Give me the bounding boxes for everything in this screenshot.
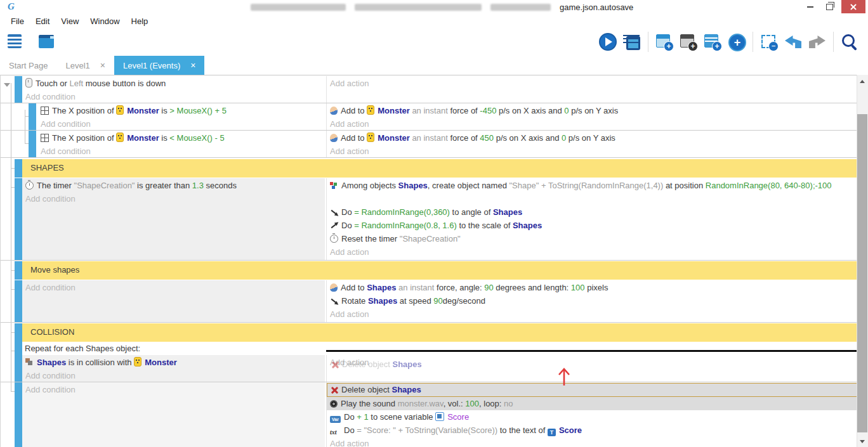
- event-selection-bar[interactable]: [15, 261, 22, 280]
- action-row[interactable]: Rotate Shapes at speed 90deg/second: [327, 294, 857, 308]
- comment-text: Move shapes: [22, 261, 857, 280]
- event-selection-bar[interactable]: [15, 159, 22, 178]
- action-row[interactable]: Among objects Shapes, create object name…: [327, 179, 857, 205]
- scene-editor-icon[interactable]: [37, 32, 57, 52]
- add-action-button[interactable]: Add action: [327, 308, 857, 321]
- txt-icon: [330, 428, 341, 436]
- event-selection-bar[interactable]: [15, 342, 22, 382]
- close-icon[interactable]: [841, 0, 865, 13]
- search-icon[interactable]: [840, 32, 859, 51]
- sound-icon: [330, 400, 338, 408]
- event-score[interactable]: Add condition Delete object ShapesPlay t…: [1, 382, 857, 447]
- condition-row[interactable]: The X position of Monster is < MouseX() …: [37, 131, 325, 145]
- conditions-cell: The timer "ShapeCreation" is greater tha…: [22, 178, 325, 260]
- action-row[interactable]: Play the sound monster.wav, vol.: 100, l…: [327, 397, 857, 410]
- debug-icon[interactable]: [622, 32, 641, 51]
- text-segment: p/s on Y axis: [566, 133, 615, 143]
- tab-close-icon[interactable]: ×: [190, 60, 195, 70]
- event-selection-bar[interactable]: [15, 76, 22, 103]
- project-manager-icon[interactable]: [6, 32, 27, 52]
- monster-icon: [134, 357, 141, 366]
- text-segment: Add to: [341, 106, 367, 115]
- add-action-button[interactable]: Add action: [327, 245, 857, 259]
- play-icon[interactable]: [598, 32, 617, 51]
- condition-row[interactable]: The timer "ShapeCreation" is greater tha…: [22, 179, 325, 192]
- add-event-icon[interactable]: [655, 32, 674, 51]
- tab-start-page[interactable]: Start Page: [0, 56, 56, 75]
- event-selection-bar[interactable]: [15, 280, 22, 322]
- redo-icon[interactable]: [808, 32, 827, 51]
- add-condition-button[interactable]: Add condition: [37, 117, 325, 131]
- action-row[interactable]: Reset the timer "ShapeCreation": [327, 232, 857, 245]
- comment-collision[interactable]: COLLISION: [1, 323, 857, 342]
- comment-shapes[interactable]: SHAPES: [1, 159, 857, 178]
- event-shape-creation[interactable]: The timer "ShapeCreation" is greater tha…: [1, 178, 857, 261]
- add-condition-button[interactable]: Add condition: [22, 90, 325, 103]
- text-segment: monster.wav: [398, 399, 444, 408]
- menu-window[interactable]: Window: [84, 16, 125, 26]
- action-row[interactable]: Add to Monster an instant force of -450 …: [327, 104, 857, 117]
- add-other-icon[interactable]: [727, 32, 746, 51]
- tab-label: Level1 (Events): [123, 61, 180, 70]
- add-comment-icon[interactable]: [703, 32, 722, 51]
- action-row[interactable]: Do = "Score: " + ToString(Variable(Score…: [327, 424, 857, 437]
- restore-icon[interactable]: [820, 0, 839, 13]
- event-foreach-shapes[interactable]: Repeat for each Shapes object: Shapes is…: [1, 342, 857, 382]
- delete-event-icon[interactable]: [760, 32, 779, 51]
- add-condition-button[interactable]: Add condition: [22, 369, 325, 382]
- event-mouse[interactable]: Touch or Left mouse button is downAdd co…: [1, 76, 857, 103]
- window-title: game.json.autosave: [251, 3, 633, 11]
- monster-icon: [367, 105, 374, 115]
- add-action-button[interactable]: Add action: [327, 117, 857, 131]
- menu-edit[interactable]: Edit: [30, 16, 55, 26]
- event-move-shapes[interactable]: Add condition Add to Shapes an instant f…: [1, 280, 857, 323]
- condition-row[interactable]: The X position of Monster is > MouseX() …: [37, 104, 325, 117]
- event-selection-bar[interactable]: [15, 178, 22, 260]
- condition-row[interactable]: Touch or Left mouse button is down: [22, 77, 325, 90]
- action-row[interactable]: Do = RandomInRange(0.8, 1.6) to the scal…: [327, 219, 857, 232]
- add-condition-button[interactable]: Add condition: [37, 145, 325, 158]
- actions-cell: Among objects Shapes, create object name…: [326, 178, 857, 260]
- action-row[interactable]: Add to Monster an instant force of 450 p…: [327, 131, 857, 145]
- monster-icon: [116, 133, 124, 142]
- event-monster-right[interactable]: The X position of Monster is > MouseX() …: [1, 103, 857, 131]
- tab-level1-events[interactable]: Level1 (Events)×: [114, 56, 205, 75]
- add-condition-button[interactable]: Add condition: [22, 281, 325, 294]
- comment-move-shapes[interactable]: Move shapes: [1, 261, 857, 280]
- action-row[interactable]: Add to Shapes an instant force, angle: 9…: [327, 281, 857, 294]
- menu-help[interactable]: Help: [126, 16, 154, 26]
- event-selection-bar[interactable]: [15, 382, 22, 447]
- action-row[interactable]: Delete object Shapes: [327, 383, 857, 397]
- add-action-button[interactable]: Add action: [327, 437, 857, 447]
- event-selection-bar[interactable]: [29, 131, 36, 157]
- text-segment: = "Score: " + ToString(Variable(Score)): [357, 425, 497, 435]
- foreach-header[interactable]: Repeat for each Shapes object:: [22, 342, 857, 355]
- event-selection-bar[interactable]: [15, 323, 22, 342]
- hand-icon: [330, 134, 338, 142]
- add-condition-button[interactable]: Add condition: [22, 192, 325, 205]
- minimize-icon[interactable]: [801, 0, 820, 13]
- vertical-scrollbar[interactable]: [857, 75, 868, 447]
- scroll-up-icon[interactable]: [860, 80, 865, 83]
- add-condition-button[interactable]: Add condition: [22, 383, 325, 396]
- actions-cell: Add action: [326, 76, 857, 103]
- scrollbar-thumb[interactable]: [857, 114, 867, 432]
- action-row[interactable]: Do = RandomInRange(0,360) to angle of Sh…: [327, 205, 857, 219]
- condition-row[interactable]: Shapes is in collision with Monster: [22, 356, 325, 369]
- tab-close-icon[interactable]: ×: [100, 60, 105, 70]
- event-monster-left[interactable]: The X position of Monster is < MouseX() …: [1, 131, 857, 158]
- monster-icon: [116, 105, 124, 115]
- menu-file[interactable]: File: [5, 16, 30, 26]
- add-subevent-icon[interactable]: [679, 32, 698, 51]
- undo-icon[interactable]: [784, 32, 803, 51]
- text-segment: The X position of: [52, 133, 116, 143]
- text-segment: is: [159, 133, 170, 143]
- text-segment: The timer: [37, 181, 74, 190]
- add-action-button[interactable]: Add action: [327, 77, 857, 90]
- menu-view[interactable]: View: [55, 16, 84, 26]
- tab-level1[interactable]: Level1×: [56, 56, 114, 75]
- event-selection-bar[interactable]: [29, 103, 36, 130]
- action-row[interactable]: Do + 1 to scene variable Score: [327, 410, 857, 424]
- scroll-down-icon[interactable]: [860, 440, 865, 443]
- add-action-button[interactable]: Add action: [327, 145, 857, 158]
